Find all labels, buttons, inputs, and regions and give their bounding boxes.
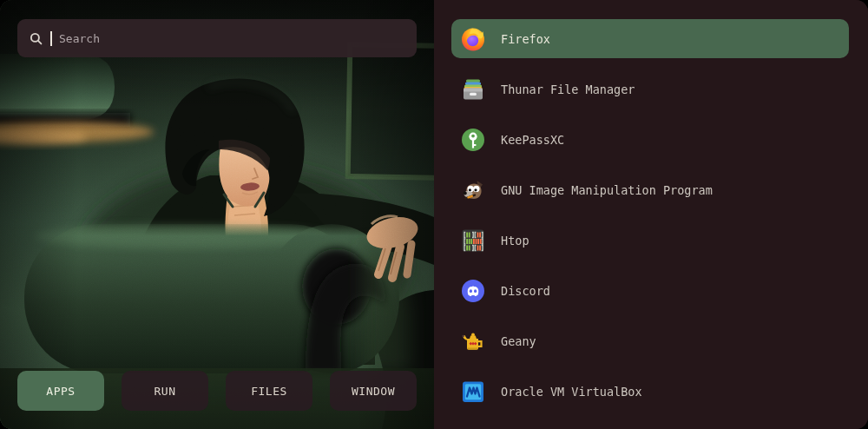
discord-icon (460, 278, 486, 304)
app-row-keepassxc[interactable]: KeePassXC (451, 120, 849, 159)
mode-button-apps[interactable]: APPS (17, 371, 104, 411)
app-list: Firefox Thunar File Manager (434, 0, 868, 429)
app-label: Thunar File Manager (501, 82, 635, 96)
app-label: GNU Image Manipulation Program (501, 183, 713, 197)
app-label: Oracle VM VirtualBox (501, 385, 642, 399)
app-row-firefox[interactable]: Firefox (451, 19, 849, 58)
app-row-geany[interactable]: Geany (451, 321, 849, 360)
app-label: Firefox (501, 32, 550, 46)
background-artwork (0, 0, 434, 429)
search-icon (30, 32, 43, 45)
htop-icon (460, 228, 486, 254)
launcher-window: APPS RUN FILES WINDOW (0, 0, 868, 429)
mode-button-run[interactable]: RUN (122, 371, 208, 411)
app-row-htop[interactable]: Htop (451, 221, 849, 260)
geany-icon (460, 328, 486, 354)
thunar-icon (460, 76, 486, 102)
text-caret (50, 31, 52, 46)
app-label: Geany (501, 334, 536, 348)
gimp-icon (460, 177, 486, 203)
app-label: KeePassXC (501, 133, 564, 147)
left-pane: APPS RUN FILES WINDOW (0, 0, 434, 429)
search-input[interactable] (59, 32, 404, 45)
app-row-thunar[interactable]: Thunar File Manager (451, 69, 849, 109)
app-row-discord[interactable]: Discord (451, 271, 849, 310)
mode-button-window[interactable]: WINDOW (330, 371, 417, 411)
app-label: Discord (501, 284, 550, 298)
search-bar[interactable] (17, 19, 417, 57)
mode-switcher: APPS RUN FILES WINDOW (17, 371, 417, 411)
virtualbox-icon (460, 379, 486, 405)
app-label: Htop (501, 234, 529, 248)
firefox-icon (460, 26, 486, 52)
keepassxc-icon (460, 127, 486, 153)
mode-button-files[interactable]: FILES (226, 371, 312, 411)
app-row-gimp[interactable]: GNU Image Manipulation Program (451, 170, 849, 209)
app-row-virtualbox[interactable]: Oracle VM VirtualBox (451, 372, 849, 411)
